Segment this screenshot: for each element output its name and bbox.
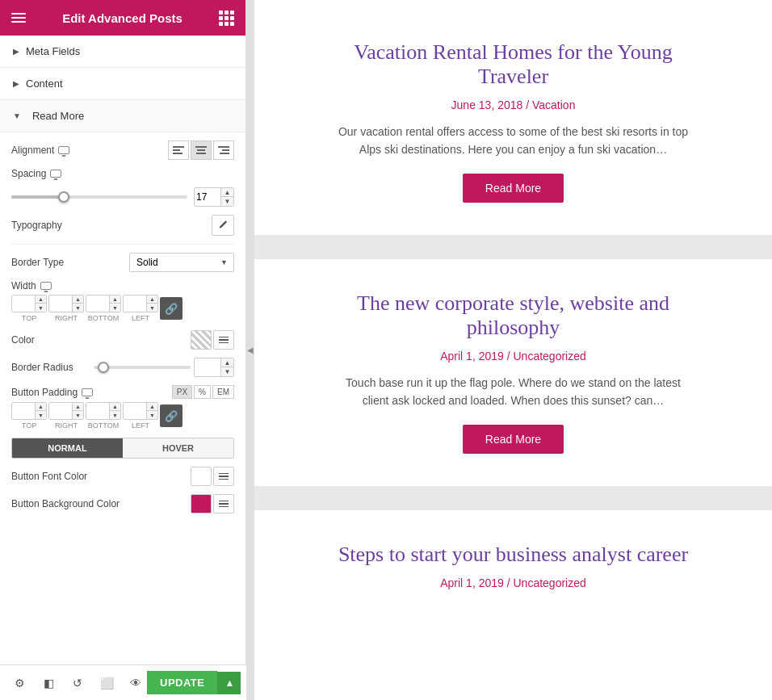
alignment-row: Alignment [11, 140, 234, 160]
update-button[interactable]: UPDATE [147, 671, 217, 694]
update-btn-group: UPDATE ▲ [147, 671, 241, 694]
padding-link-btn[interactable]: 🔗 [160, 404, 183, 427]
read-more-section[interactable]: ▼ Read More [0, 100, 245, 132]
padding-right-up[interactable]: ▲ [72, 403, 83, 411]
padding-top-down[interactable]: ▼ [35, 411, 46, 419]
state-normal-tab[interactable]: NORMAL [12, 438, 123, 458]
width-row: Width [11, 280, 234, 291]
padding-bottom-down[interactable]: ▼ [109, 411, 120, 419]
meta-fields-section[interactable]: ▶ Meta Fields [0, 36, 245, 68]
spacing-input[interactable]: 17 ▲ ▼ [194, 187, 234, 207]
meta-fields-label: Meta Fields [26, 45, 80, 57]
radius-up-btn[interactable]: ▲ [220, 358, 233, 367]
button-font-color-list[interactable] [213, 467, 234, 486]
padding-left-up[interactable]: ▲ [146, 403, 157, 411]
divider-1 [254, 235, 772, 259]
post-title-1: The new corporate style, website and phi… [335, 291, 691, 340]
width-top-down[interactable]: ▼ [35, 304, 46, 312]
alignment-label: Alignment [11, 145, 69, 156]
read-more-label: Read More [32, 110, 84, 122]
padding-top-input[interactable] [12, 403, 35, 419]
padding-right-wrap: ▲ ▼ RIGHT [48, 402, 84, 430]
button-font-color-row: Button Font Color [11, 467, 234, 486]
bottom-toolbar: ⚙ ◧ ↺ ⬜ 👁 UPDATE ▲ [0, 664, 246, 700]
width-right-up[interactable]: ▲ [72, 296, 83, 304]
button-bg-color-row: Button Background Color [11, 494, 234, 513]
spacing-down-btn[interactable]: ▼ [220, 197, 233, 206]
spacing-row: Spacing [11, 168, 234, 179]
width-top-input[interactable] [12, 296, 35, 312]
post-excerpt-0: Our vacation rental offers access to som… [335, 123, 691, 159]
align-right-btn[interactable] [213, 140, 234, 160]
spacing-value-input[interactable]: 17 [195, 188, 220, 206]
responsive-icon[interactable]: ⬜ [95, 672, 118, 694]
width-left-input[interactable] [124, 296, 146, 312]
content-label: Content [26, 78, 63, 90]
color-swatch[interactable] [191, 330, 212, 350]
border-radius-label: Border Radius [11, 362, 73, 373]
width-left-down[interactable]: ▼ [146, 304, 157, 312]
right-content: Vacation Rental Homes for the Young Trav… [254, 0, 772, 700]
color-list-btn[interactable] [213, 330, 234, 350]
width-right-input[interactable] [49, 296, 72, 312]
button-padding-row: Button Padding PX % EM [11, 385, 234, 399]
width-top-up[interactable]: ▲ [35, 296, 46, 304]
grid-icon[interactable] [219, 10, 234, 26]
width-left-up[interactable]: ▲ [146, 296, 157, 304]
width-bottom-up[interactable]: ▲ [109, 296, 120, 304]
padding-bottom-up[interactable]: ▲ [109, 403, 120, 411]
button-bg-color-list[interactable] [213, 494, 234, 513]
alignment-responsive-icon [58, 146, 69, 154]
unit-pct-btn[interactable]: % [194, 385, 211, 399]
border-radius-value[interactable] [195, 358, 220, 376]
state-hover-tab[interactable]: HOVER [123, 438, 233, 458]
padding-top-up[interactable]: ▲ [35, 403, 46, 411]
button-bg-color-swatch[interactable] [191, 494, 212, 513]
spacing-up-btn[interactable]: ▲ [220, 188, 233, 197]
content-section[interactable]: ▶ Content [0, 68, 245, 100]
padding-left-input[interactable] [124, 403, 146, 419]
unit-px-btn[interactable]: PX [172, 385, 192, 399]
width-responsive-icon [40, 282, 52, 290]
padding-right-down[interactable]: ▼ [72, 411, 83, 419]
align-left-btn[interactable] [168, 140, 189, 160]
read-more-arrow: ▼ [13, 111, 21, 120]
post-card-2: Steps to start your business analyst car… [287, 526, 740, 617]
border-radius-slider[interactable] [94, 362, 191, 373]
history-icon[interactable]: ↺ [66, 672, 89, 694]
width-bottom-down[interactable]: ▼ [109, 304, 120, 312]
width-link-btn[interactable]: 🔗 [160, 297, 183, 320]
color-row: Color [11, 330, 234, 350]
hamburger-icon[interactable] [11, 13, 26, 23]
border-radius-input[interactable]: ▲ ▼ [194, 358, 234, 377]
collapse-handle[interactable]: ◀ [246, 0, 254, 700]
typography-edit-btn[interactable] [212, 215, 234, 236]
settings-icon[interactable]: ⚙ [8, 672, 31, 694]
padding-left-wrap: ▲ ▼ LEFT [123, 402, 158, 430]
post-title-2: Steps to start your business analyst car… [335, 543, 691, 567]
width-right-down[interactable]: ▼ [72, 304, 83, 312]
width-bottom-input[interactable] [86, 296, 109, 312]
align-center-btn[interactable] [191, 140, 212, 160]
padding-right-input[interactable] [49, 403, 72, 419]
read-more-btn-1[interactable]: Read More [463, 425, 564, 454]
typography-label: Typography [11, 220, 62, 231]
update-dropdown-btn[interactable]: ▲ [217, 672, 241, 694]
radius-down-btn[interactable]: ▼ [220, 367, 233, 376]
btn-padding-responsive-icon [82, 388, 93, 396]
eye-icon[interactable]: 👁 [124, 672, 147, 694]
border-type-select[interactable]: Solid None Dashed Dotted Double [129, 253, 234, 272]
width-bottom-label: BOTTOM [88, 314, 119, 322]
padding-left-down[interactable]: ▼ [146, 411, 157, 419]
unit-em-btn[interactable]: EM [212, 385, 234, 399]
width-top-wrap: ▲ ▼ TOP [11, 295, 47, 322]
padding-bottom-input[interactable] [86, 403, 109, 419]
button-bg-color-swatches [191, 494, 234, 513]
button-font-color-swatch[interactable] [191, 467, 212, 486]
spacing-slider[interactable] [11, 191, 187, 203]
post-meta-1: April 1, 2019 / Uncategorized [335, 350, 691, 363]
layers-icon[interactable]: ◧ [37, 672, 60, 694]
read-more-btn-0[interactable]: Read More [463, 174, 564, 203]
panel-title: Edit Advanced Posts [62, 11, 183, 25]
post-card-1: The new corporate style, website and phi… [287, 275, 740, 470]
